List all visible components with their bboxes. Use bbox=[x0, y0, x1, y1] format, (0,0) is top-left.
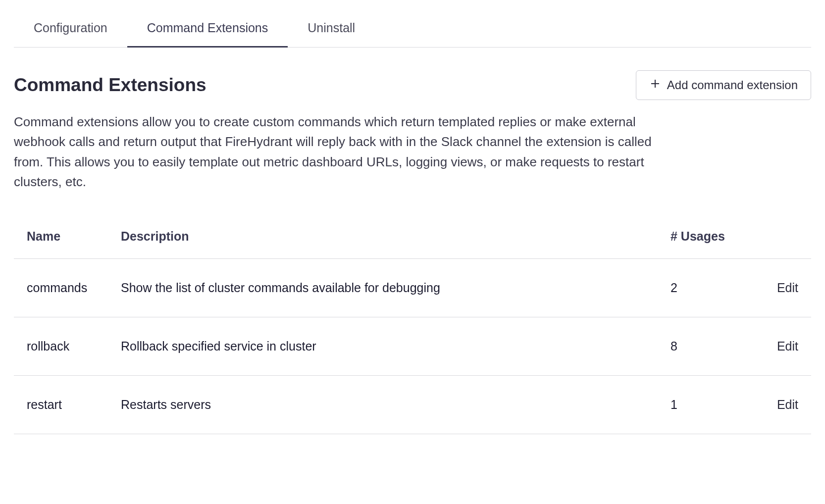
page-description: Command extensions allow you to create c… bbox=[14, 112, 677, 192]
table-row: commands Show the list of cluster comman… bbox=[14, 259, 811, 317]
table-header-description: Description bbox=[108, 220, 658, 259]
table-header-usages: # Usages bbox=[658, 220, 757, 259]
tab-command-extensions[interactable]: Command Extensions bbox=[127, 14, 288, 48]
table-row: rollback Rollback specified service in c… bbox=[14, 317, 811, 376]
add-button-label: Add command extension bbox=[667, 78, 798, 92]
extension-name: rollback bbox=[14, 317, 108, 376]
extension-name: commands bbox=[14, 259, 108, 317]
page-header: Command Extensions Add command extension bbox=[14, 70, 811, 100]
add-command-extension-button[interactable]: Add command extension bbox=[636, 70, 811, 100]
extension-description: Show the list of cluster commands availa… bbox=[108, 259, 658, 317]
table-header-action bbox=[757, 220, 811, 259]
plus-icon bbox=[649, 78, 661, 93]
extension-name: restart bbox=[14, 376, 108, 434]
page-title: Command Extensions bbox=[14, 75, 206, 96]
tab-configuration[interactable]: Configuration bbox=[14, 14, 127, 48]
extension-usages: 8 bbox=[658, 317, 757, 376]
extension-usages: 2 bbox=[658, 259, 757, 317]
table-header-name: Name bbox=[14, 220, 108, 259]
extensions-table: Name Description # Usages commands Show … bbox=[14, 220, 811, 434]
tab-bar: Configuration Command Extensions Uninsta… bbox=[14, 14, 811, 48]
table-header-row: Name Description # Usages bbox=[14, 220, 811, 259]
edit-button[interactable]: Edit bbox=[777, 281, 798, 295]
table-row: restart Restarts servers 1 Edit bbox=[14, 376, 811, 434]
edit-button[interactable]: Edit bbox=[777, 339, 798, 353]
extension-description: Restarts servers bbox=[108, 376, 658, 434]
tab-uninstall[interactable]: Uninstall bbox=[288, 14, 375, 48]
extension-description: Rollback specified service in cluster bbox=[108, 317, 658, 376]
extension-usages: 1 bbox=[658, 376, 757, 434]
edit-button[interactable]: Edit bbox=[777, 398, 798, 411]
